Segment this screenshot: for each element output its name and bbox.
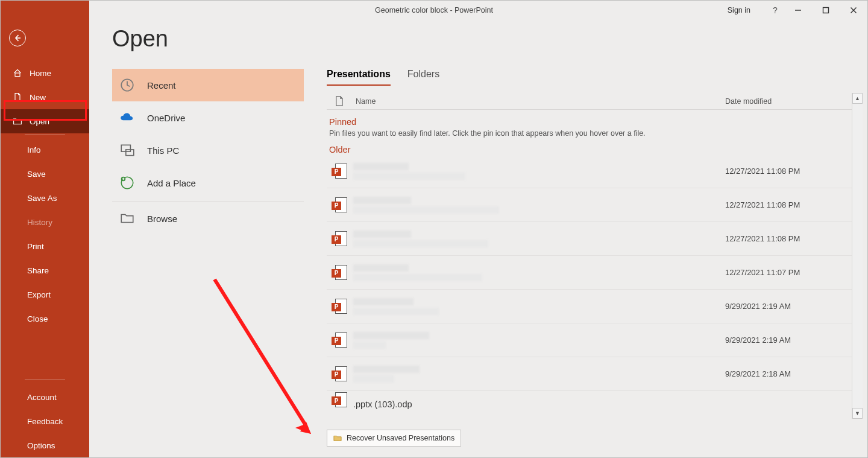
file-row[interactable]: P .pptx (103).odp bbox=[327, 391, 852, 409]
back-button[interactable] bbox=[9, 30, 26, 46]
nav-new[interactable]: New bbox=[1, 85, 89, 109]
nav-close[interactable]: Close bbox=[1, 307, 89, 331]
file-name-redacted bbox=[353, 366, 420, 373]
scroll-up-button[interactable]: ▲ bbox=[852, 93, 863, 104]
file-row[interactable]: P12/27/2021 11:08 PM bbox=[327, 222, 852, 256]
onedrive-icon bbox=[118, 109, 136, 127]
file-date-modified: 12/27/2021 11:08 PM bbox=[725, 234, 852, 243]
file-name-redacted bbox=[353, 197, 411, 204]
nav-save[interactable]: Save bbox=[1, 162, 89, 186]
nav-options[interactable]: Options bbox=[1, 433, 89, 457]
pptx-file-icon: P bbox=[329, 299, 350, 314]
location-onedrive[interactable]: OneDrive bbox=[112, 101, 304, 134]
maximize-button[interactable] bbox=[812, 1, 840, 20]
file-name-redacted bbox=[353, 264, 409, 272]
file-row[interactable]: P9/29/2021 2:18 AM bbox=[327, 357, 852, 391]
file-name-redacted bbox=[353, 332, 429, 339]
nav-print[interactable]: Print bbox=[1, 234, 89, 258]
location-add-place-label: Add a Place bbox=[147, 178, 196, 188]
file-path-redacted bbox=[353, 240, 488, 247]
nav-home-label: Home bbox=[30, 69, 51, 78]
file-row[interactable]: P12/27/2021 11:08 PM bbox=[327, 188, 852, 222]
location-recent[interactable]: Recent bbox=[112, 69, 304, 101]
file-path-redacted bbox=[353, 308, 439, 315]
file-path-redacted bbox=[353, 375, 394, 383]
nav-info[interactable]: Info bbox=[1, 138, 89, 162]
file-path-redacted bbox=[353, 342, 386, 349]
nav-feedback[interactable]: Feedback bbox=[1, 409, 89, 433]
nav-open-label: Open bbox=[30, 117, 49, 126]
location-onedrive-label: OneDrive bbox=[147, 113, 185, 123]
nav-divider bbox=[25, 135, 65, 135]
recover-unsaved-label: Recover Unsaved Presentations bbox=[347, 434, 454, 442]
file-icon bbox=[335, 96, 344, 106]
location-this-pc-label: This PC bbox=[147, 145, 179, 156]
sign-in-link[interactable]: Sign in bbox=[728, 6, 750, 14]
nav-history: History bbox=[1, 210, 89, 234]
main-content: Open Recent OneDrive bbox=[89, 1, 867, 457]
pptx-file-icon: P bbox=[329, 164, 350, 179]
file-list-header: Name Date modified bbox=[327, 93, 852, 110]
file-icon bbox=[13, 92, 22, 102]
minimize-button[interactable] bbox=[784, 1, 812, 20]
pptx-file-icon: P bbox=[329, 265, 350, 281]
add-place-icon bbox=[118, 174, 136, 192]
pptx-file-icon: P bbox=[329, 197, 350, 213]
nav-save-as[interactable]: Save As bbox=[1, 186, 89, 210]
nav-divider-bottom bbox=[25, 380, 65, 380]
page-title: Open bbox=[112, 26, 863, 52]
pinned-help-text: Pin files you want to easily find later.… bbox=[329, 129, 852, 138]
folder-open-icon bbox=[13, 116, 22, 126]
nav-account[interactable]: Account bbox=[1, 385, 89, 409]
pptx-file-icon: P bbox=[329, 231, 350, 247]
open-locations-list: Recent OneDrive This PC bbox=[112, 69, 304, 457]
file-path-redacted bbox=[353, 206, 499, 214]
nav-home[interactable]: Home bbox=[1, 61, 89, 85]
close-window-button[interactable] bbox=[840, 1, 867, 20]
location-recent-label: Recent bbox=[147, 80, 176, 91]
scroll-down-button[interactable]: ▼ bbox=[852, 408, 863, 419]
file-row[interactable]: P9/29/2021 2:19 AM bbox=[327, 323, 852, 357]
location-browse[interactable]: Browse bbox=[112, 202, 304, 235]
file-date-modified: 12/27/2021 11:08 PM bbox=[725, 200, 852, 209]
file-row[interactable]: P12/27/2021 11:07 PM bbox=[327, 256, 852, 290]
location-add-place[interactable]: Add a Place bbox=[112, 167, 304, 199]
nav-export[interactable]: Export bbox=[1, 282, 89, 307]
folder-icon bbox=[118, 209, 136, 227]
location-browse-label: Browse bbox=[147, 214, 177, 224]
svg-rect-1 bbox=[823, 8, 829, 13]
file-name-redacted bbox=[353, 298, 414, 305]
file-date-modified: 12/27/2021 11:08 PM bbox=[725, 167, 852, 176]
vertical-scrollbar[interactable]: ▲ ▼ bbox=[852, 93, 863, 419]
this-pc-icon bbox=[118, 141, 136, 159]
file-name-redacted bbox=[353, 231, 411, 238]
home-icon bbox=[13, 68, 22, 78]
tab-folders[interactable]: Folders bbox=[407, 69, 439, 86]
file-row[interactable]: P9/29/2021 2:19 AM bbox=[327, 290, 852, 323]
file-name: .pptx (103).odp bbox=[353, 391, 725, 409]
nav-new-label: New bbox=[30, 93, 46, 102]
title-bar: Geometric color block - PowerPoint Sign … bbox=[1, 1, 867, 20]
nav-open[interactable]: Open bbox=[1, 109, 89, 133]
svg-rect-5 bbox=[15, 73, 20, 77]
file-row[interactable]: P12/27/2021 11:08 PM bbox=[327, 154, 852, 188]
file-name-redacted bbox=[353, 163, 409, 170]
file-date-modified: 12/27/2021 11:07 PM bbox=[725, 268, 852, 277]
pptx-file-icon: P bbox=[329, 332, 350, 348]
help-button[interactable]: ? bbox=[766, 1, 784, 20]
open-tabs: Presentations Folders bbox=[327, 69, 863, 86]
column-date-modified[interactable]: Date modified bbox=[725, 97, 852, 106]
nav-share[interactable]: Share bbox=[1, 258, 89, 282]
location-this-pc[interactable]: This PC bbox=[112, 134, 304, 167]
tab-presentations[interactable]: Presentations bbox=[327, 69, 391, 86]
section-older: Older bbox=[329, 145, 852, 154]
column-name[interactable]: Name bbox=[356, 97, 376, 106]
clock-icon bbox=[118, 76, 136, 94]
folder-open-icon bbox=[333, 434, 342, 442]
pptx-file-icon: P bbox=[329, 392, 350, 408]
file-date-modified: 9/29/2021 2:19 AM bbox=[725, 336, 852, 345]
file-path-redacted bbox=[353, 274, 482, 281]
file-path-redacted bbox=[353, 173, 465, 180]
recover-unsaved-button[interactable]: Recover Unsaved Presentations bbox=[327, 430, 461, 447]
svg-rect-8 bbox=[126, 150, 134, 156]
